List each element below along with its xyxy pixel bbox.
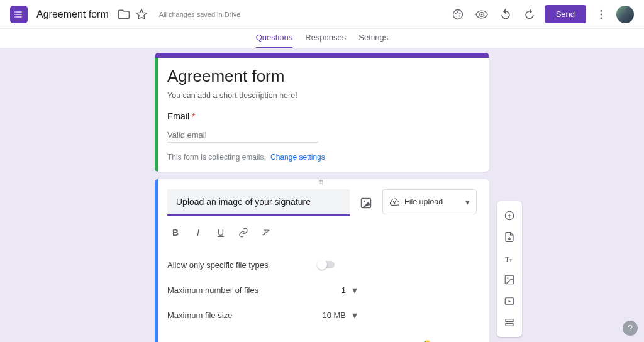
- email-label: Email *: [167, 111, 477, 121]
- svg-point-6: [453, 9, 462, 19]
- tabs-bar: Questions Responses Settings: [0, 29, 644, 48]
- star-icon[interactable]: [133, 6, 150, 23]
- svg-point-4: [14, 14, 16, 15]
- allow-specific-label: Allow only specific file types: [167, 260, 318, 270]
- underline-button[interactable]: U: [214, 226, 228, 240]
- svg-point-8: [457, 11, 458, 13]
- max-size-label: Maximum file size: [167, 311, 318, 320]
- svg-rect-0: [16, 11, 21, 12]
- forms-logo[interactable]: [10, 6, 28, 23]
- svg-rect-24: [506, 324, 513, 326]
- tab-settings[interactable]: Settings: [358, 33, 388, 47]
- clear-format-button[interactable]: [259, 226, 273, 240]
- svg-point-12: [601, 9, 602, 11]
- svg-point-5: [14, 16, 16, 18]
- view-folder-button[interactable]: View folder: [421, 339, 477, 342]
- allow-specific-toggle[interactable]: [318, 261, 335, 268]
- more-icon[interactable]: [592, 6, 610, 23]
- header-bar: Agreement form All changes saved in Driv…: [0, 0, 644, 29]
- bold-button[interactable]: B: [169, 226, 182, 240]
- chevron-down-icon: ▾: [465, 197, 470, 207]
- link-button[interactable]: [236, 226, 250, 240]
- drag-handle-icon[interactable]: ⠿: [155, 179, 489, 189]
- svg-rect-23: [506, 319, 513, 322]
- max-size-value: 10 MB: [318, 311, 346, 320]
- italic-button[interactable]: I: [191, 226, 205, 240]
- svg-point-16: [364, 201, 365, 202]
- import-questions-button[interactable]: [497, 226, 522, 248]
- max-files-label: Maximum number of files: [167, 285, 318, 295]
- svg-point-13: [601, 13, 602, 15]
- document-title[interactable]: Agreement form: [36, 9, 109, 20]
- change-settings-link[interactable]: Change settings: [270, 153, 325, 162]
- collecting-emails-note: This form is collecting emails. Change s…: [167, 153, 477, 162]
- question-title-input[interactable]: Upload an image of your signature: [167, 189, 350, 216]
- svg-point-14: [601, 17, 602, 19]
- add-image-button[interactable]: [497, 269, 522, 290]
- max-files-value: 1: [318, 285, 346, 295]
- form-description[interactable]: You can add a short description here!: [167, 91, 477, 100]
- svg-point-21: [507, 277, 508, 279]
- max-size-dropdown[interactable]: ▾: [352, 309, 357, 321]
- tab-questions[interactable]: Questions: [256, 33, 293, 49]
- customize-theme-icon[interactable]: [449, 6, 467, 23]
- svg-rect-2: [16, 16, 21, 17]
- svg-rect-1: [16, 14, 21, 14]
- add-title-button[interactable]: TT: [497, 248, 522, 269]
- folder-icon[interactable]: [115, 6, 133, 23]
- svg-text:T: T: [505, 256, 509, 263]
- add-section-button[interactable]: [497, 312, 522, 333]
- max-files-dropdown[interactable]: ▾: [352, 284, 357, 296]
- svg-text:T: T: [509, 258, 513, 262]
- svg-point-3: [14, 11, 16, 13]
- save-status: All changes saved in Drive: [159, 11, 241, 18]
- redo-icon[interactable]: [521, 6, 538, 23]
- format-toolbar: B I U: [155, 219, 489, 248]
- side-toolbar: TT: [497, 201, 522, 337]
- preview-icon[interactable]: [473, 6, 491, 23]
- account-avatar[interactable]: [616, 6, 634, 23]
- add-question-button[interactable]: [497, 205, 522, 226]
- svg-point-7: [455, 13, 456, 14]
- question-card[interactable]: ⠿ Upload an image of your signature File…: [155, 179, 489, 342]
- svg-point-10: [458, 15, 460, 16]
- svg-point-11: [480, 13, 482, 15]
- undo-icon[interactable]: [497, 6, 514, 23]
- drive-icon: [421, 339, 433, 342]
- form-canvas: Agreement form You can add a short descr…: [0, 48, 644, 342]
- tab-responses[interactable]: Responses: [305, 33, 346, 47]
- question-type-select[interactable]: File upload ▾: [382, 189, 477, 214]
- add-image-icon[interactable]: [357, 194, 375, 212]
- add-video-button[interactable]: [497, 290, 522, 312]
- form-title[interactable]: Agreement form: [167, 67, 477, 86]
- help-button[interactable]: ?: [623, 321, 638, 336]
- send-button[interactable]: Send: [545, 5, 586, 23]
- svg-point-9: [459, 13, 460, 14]
- form-header-card[interactable]: Agreement form You can add a short descr…: [155, 53, 489, 172]
- email-input: [167, 128, 318, 143]
- cloud-upload-icon: [389, 197, 399, 207]
- question-type-label: File upload: [404, 197, 443, 206]
